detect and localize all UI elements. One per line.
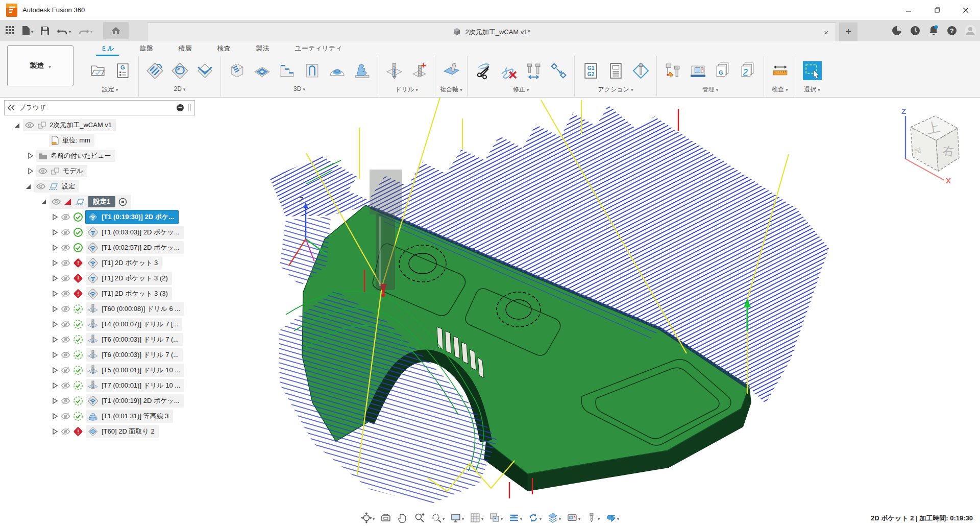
operation-row[interactable]: [T1 (0:00:19)] 2D ポケッ... [4,393,195,409]
operation-label[interactable]: [T60] 2D 面取り 2 [102,427,155,436]
avatar-icon[interactable] [964,24,977,37]
tool-display-icon[interactable] [584,511,602,524]
file-menu-button[interactable] [19,22,36,39]
trim-icon[interactable] [472,58,495,83]
eye-off-icon[interactable] [61,366,70,374]
settings-label[interactable]: 設定 [62,182,75,191]
eye-off-icon[interactable] [61,213,70,221]
eye-icon[interactable] [38,168,47,175]
document-tab[interactable]: 2次元加工_wCAM v1* × [147,22,836,41]
operation-label[interactable]: [T1] 2D ポケット 3 (2) [102,274,168,283]
ribbon-tab-積層[interactable]: 積層 [166,42,205,55]
expand-closed-icon[interactable] [27,152,34,159]
tool-change-icon[interactable] [522,58,545,83]
operation-row[interactable]: [T1 (0:01:31)] 等高線 3 [4,409,195,424]
eye-off-icon[interactable] [61,259,70,267]
collapse-panel-icon[interactable] [8,105,15,111]
chevron-down-icon[interactable] [540,513,542,522]
operation-label[interactable]: [T1 (0:03:03)] 2D ポケッ... [102,228,180,237]
chevron-down-icon[interactable] [481,513,483,522]
scallop-icon[interactable] [326,58,348,83]
measure-icon[interactable] [769,58,791,83]
expand-closed-icon[interactable] [51,229,58,236]
setup-folder-icon[interactable] [86,58,109,83]
chevron-down-icon[interactable] [462,513,464,522]
expand-closed-icon[interactable] [51,397,58,404]
nc-program-icon[interactable]: G [111,58,134,83]
ribbon-group-label[interactable]: 設定 [102,85,118,94]
tab-close-icon[interactable]: × [821,27,831,38]
ribbon-group-label[interactable]: 修正 [513,85,529,94]
notifications-icon[interactable] [927,24,940,37]
ribbon-tab-ユーティリティ[interactable]: ユーティリティ [282,42,355,55]
eye-off-icon[interactable] [61,351,70,359]
operation-label[interactable]: [T1 (0:19:30)] 2D ポケ... [102,212,174,222]
expand-closed-icon[interactable] [51,321,58,328]
expand-closed-icon[interactable] [51,428,58,435]
chevron-down-icon[interactable] [617,513,619,522]
simulation-layers-icon[interactable] [545,511,563,524]
operation-row[interactable]: ![T1] 2D ポケット 3 (3) [4,286,195,301]
orbit-icon[interactable] [359,511,377,524]
chevron-down-icon[interactable] [501,513,503,522]
selection-box-icon[interactable] [801,58,823,83]
pan-icon[interactable] [395,511,410,524]
workspace-selector[interactable]: 製造 [7,45,74,86]
tree-row-named-views[interactable]: 名前の付いたビュー [4,148,195,163]
post-library-icon[interactable]: G [712,58,734,83]
zoom-window-icon[interactable] [429,511,447,524]
viewport[interactable]: Z ブラウザ 2次元加工_wCAM v1 [0,98,980,526]
face-icon[interactable] [193,58,216,83]
operation-row[interactable]: [T60 (0:00:08)] ドリル 6 ... [4,301,195,317]
expand-closed-icon[interactable] [51,259,58,267]
eye-off-icon[interactable] [61,381,70,390]
operation-row[interactable]: [T1 (0:02:57)] 2D ポケッ... [4,240,195,255]
home-button[interactable] [103,22,129,39]
eye-off-icon[interactable] [61,320,70,328]
display-settings-icon[interactable] [448,511,466,524]
operation-label[interactable]: [T1] 2D ポケット 3 [102,258,158,268]
expand-closed-icon[interactable] [51,382,58,389]
eye-icon[interactable] [36,183,45,190]
operation-row[interactable]: [T5 (0:00:01)] ドリル 10 ... [4,363,195,378]
browser-header[interactable]: ブラウザ [4,100,195,115]
chevron-down-icon[interactable] [598,513,600,522]
exit-cam-icon[interactable] [603,511,621,524]
3d-adaptive-icon[interactable] [226,58,248,83]
operation-row[interactable]: [T1 (0:19:30)] 2D ポケ... [4,209,195,225]
tree-row-unit[interactable]: 単位: mm [4,133,195,148]
expand-open-icon[interactable] [24,183,32,190]
eye-off-icon[interactable] [61,427,70,436]
operation-label[interactable]: [T7 (0:00:01)] ドリル 10 ... [102,381,180,390]
expand-closed-icon[interactable] [51,413,58,420]
expand-closed-icon[interactable] [51,290,58,297]
3d-pocket-icon[interactable] [251,58,273,83]
slot-icon[interactable] [301,58,323,83]
eye-off-icon[interactable] [61,397,70,405]
undo-button[interactable] [54,22,74,39]
ribbon-group-label[interactable]: 3D [293,85,305,92]
expand-closed-icon[interactable] [51,213,58,221]
eye-off-icon[interactable] [61,290,70,298]
redo-dropdown-icon[interactable] [90,26,92,35]
viewports-icon[interactable] [487,511,505,524]
ribbon-group-label[interactable]: ドリル [395,85,418,94]
operation-row[interactable]: [T6 (0:00:03)] ドリル 7 (... [4,347,195,363]
operation-label[interactable]: [T5 (0:00:01)] ドリル 10 ... [102,366,180,375]
operation-row[interactable]: ![T1] 2D ポケット 3 [4,255,195,271]
ribbon-tab-旋盤[interactable]: 旋盤 [127,42,166,55]
operation-row[interactable]: [T6 (0:00:03)] ドリル 7 (... [4,332,195,347]
extensions-icon[interactable] [890,24,903,37]
template-library-icon[interactable] [737,58,759,83]
operation-label[interactable]: [T6 (0:00:03)] ドリル 7 (... [102,335,179,344]
job-status-icon[interactable] [909,24,922,37]
ribbon-tab-検査[interactable]: 検査 [205,42,243,55]
ribbon-group-label[interactable]: 検査 [772,85,788,94]
expand-closed-icon[interactable] [51,275,58,282]
new-document-tab-button[interactable]: + [839,22,857,41]
operation-row[interactable]: ![T60] 2D 面取り 2 [4,424,195,439]
expand-closed-icon[interactable] [27,168,34,175]
operation-row[interactable]: [T7 (0:00:01)] ドリル 10 ... [4,378,195,393]
ribbon-group-label[interactable]: 管理 [702,85,719,94]
ribbon-tab-製法[interactable]: 製法 [243,42,282,55]
